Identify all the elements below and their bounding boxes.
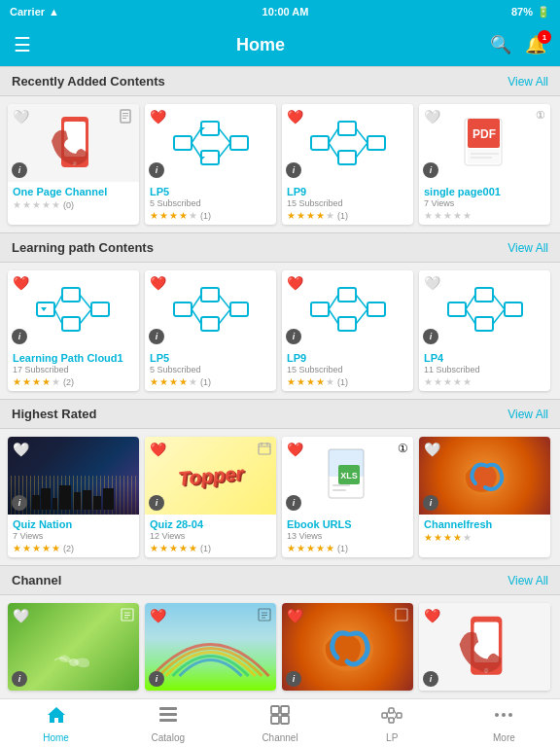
heart-icon[interactable]: ❤️ [287,109,303,124]
info-button[interactable]: i [149,495,164,511]
card-body: LP9 15 Subscribed ★★★★★ (1) [282,182,413,225]
svg-rect-84 [396,609,407,621]
card-body: Learning Path Cloud1 17 Subscribed ★★★★★… [8,348,139,391]
battery-label: 87% [511,6,533,18]
card-title: LP4 [424,352,545,364]
card-channel-knot[interactable]: ❤️ i [282,603,413,691]
card-body: Quiz 28-04 12 Views ★★★★★ (1) [145,515,276,557]
svg-point-79 [69,658,79,666]
card-lp5-lp[interactable]: ❤️ i LP5 5 Subscribed ★★★★★ [145,270,276,391]
card-stars: ★★★★★ [424,376,545,387]
svg-rect-96 [382,713,387,718]
info-button[interactable]: i [286,495,301,511]
channel-title: Channel [12,573,61,587]
more-icon [493,704,514,730]
battery-icon: 🔋 [537,6,550,18]
file-icon [121,608,134,624]
info-button[interactable]: i [12,671,27,687]
nav-lp[interactable]: LP [336,699,448,747]
bottom-nav: Home Catalog Channel LP More [0,698,560,747]
heart-icon[interactable]: 🤍 [13,109,29,124]
svg-line-61 [466,309,475,324]
svg-rect-89 [159,707,177,710]
heart-icon[interactable]: ❤️ [150,109,166,124]
info-button[interactable]: i [149,671,164,687]
info-button[interactable]: i [12,329,27,344]
header-icons: 🔍 🔔 1 [490,34,546,55]
card-lp4-lp[interactable]: 🤍 i LP4 11 Subscribed ★★★★★ [419,270,550,391]
highest-rated-view-all[interactable]: View All [508,408,548,421]
heart-icon[interactable]: ❤️ [150,442,166,457]
heart-icon[interactable]: ❤️ [287,442,303,457]
card-quiz-nation[interactable]: 🤍 i [8,437,139,557]
card-channel-hummingbird[interactable]: 🤍 i [8,603,139,691]
info-button[interactable]: i [423,671,438,687]
recently-added-view-all[interactable]: View All [508,75,548,89]
svg-rect-41 [201,288,219,302]
knot-svg [314,613,382,681]
nav-channel[interactable]: Channel [224,699,335,747]
heart-icon[interactable]: ❤️ [287,275,303,291]
svg-line-63 [493,309,505,324]
nav-home[interactable]: Home [0,699,112,747]
card-channel-rainbow[interactable]: ❤️ i [145,603,276,691]
card-channelfresh[interactable]: 🤍 i Channelfresh ★★★★★ [419,437,550,557]
status-right: 87% 🔋 [511,6,550,18]
info-button[interactable]: i [286,162,301,178]
time-label: 10:00 AM [262,6,309,18]
info-button[interactable]: i [12,162,27,178]
card-one-page-channel[interactable]: 🤍 i One Page Channel ★★★★★ (0) [8,104,139,225]
heart-icon[interactable]: 🤍 [424,109,440,124]
flowchart-svg [446,283,524,337]
card-lp-cloud1[interactable]: ❤️ i Learning Path Cloud1 17 Subscribed [8,270,139,391]
heart-icon[interactable]: ❤️ [150,275,166,291]
heart-icon[interactable]: ❤️ [287,608,303,623]
svg-rect-10 [230,136,248,150]
heart-icon[interactable]: ❤️ [150,608,166,623]
svg-rect-93 [281,706,289,714]
svg-rect-28 [468,149,500,163]
heart-icon[interactable]: ❤️ [13,275,29,291]
info-button[interactable]: i [12,495,27,511]
learning-path-title: Learning path Contents [12,240,154,255]
nav-more[interactable]: More [448,699,560,747]
card-lp5-recent[interactable]: ❤️ i LP5 5 Subscribed [145,104,276,225]
card-quiz-2804[interactable]: ❤️ Topper i Quiz 28-04 12 Views ★★★★★ (1… [145,437,276,557]
channel-view-all[interactable]: View All [508,574,548,587]
card-ebook-urls[interactable]: ❤️ ① XLS i Ebook URLS 13 Views ★★★★★ [282,437,413,557]
heart-icon[interactable]: 🤍 [424,275,440,291]
card-meta: 15 Subscribed [287,365,408,374]
heart-icon[interactable]: 🤍 [13,608,29,623]
notification-button[interactable]: 🔔 1 [525,34,546,55]
heart-icon[interactable]: 🤍 [13,442,29,457]
nav-catalog[interactable]: Catalog [112,699,224,747]
card-lp9-lp[interactable]: ❤️ i LP9 15 Subscribed ★★★★★ [282,270,413,391]
search-button[interactable]: 🔍 [490,34,511,55]
card-title: LP5 [150,186,271,197]
learning-path-view-all[interactable]: View All [508,241,548,255]
svg-rect-98 [389,718,394,723]
info-button[interactable]: i [149,162,164,178]
menu-button[interactable]: ☰ [14,33,31,56]
info-button[interactable]: i [423,162,438,178]
card-lp9-recent[interactable]: ❤️ i LP9 15 Subscribed ★★★★★ [282,104,413,225]
svg-rect-40 [174,302,192,316]
svg-rect-49 [338,288,356,302]
flowchart-svg-alt [35,283,113,337]
svg-line-21 [329,128,338,143]
card-channel-phone-red[interactable]: ❤️ i [419,603,550,691]
card-singlepage001[interactable]: 🤍 ① PDF i single page001 7 Views ★★★★★ [419,104,550,225]
svg-rect-92 [271,706,279,714]
svg-line-12 [192,143,201,158]
info-button[interactable]: i [423,495,438,511]
heart-icon[interactable]: 🤍 [424,442,440,457]
recently-added-grid: 🤍 i One Page Channel ★★★★★ (0) [0,96,560,232]
info-button[interactable]: i [149,329,164,344]
heart-icon[interactable]: ❤️ [424,608,440,623]
info-button[interactable]: i [286,671,301,687]
info-button[interactable]: i [423,329,438,344]
svg-rect-58 [475,317,493,331]
info-button[interactable]: i [286,329,301,344]
svg-line-62 [493,295,505,309]
svg-point-105 [502,713,506,717]
